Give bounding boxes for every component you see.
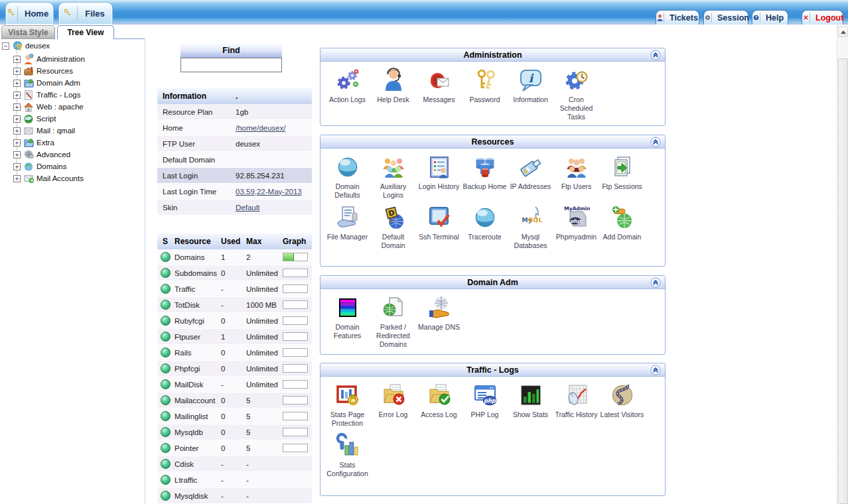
app-icon-manage-dns[interactable]: Manage DNS	[416, 294, 462, 349]
info-value-link[interactable]: /home/deusex/	[236, 124, 285, 132]
tab-vista-style[interactable]: Vista Style	[1, 25, 55, 39]
app-icon-stats-configuration[interactable]: Stats Configuration	[324, 432, 370, 478]
collapse-panel-button[interactable]	[650, 365, 661, 375]
expand-toggle[interactable]: +	[13, 151, 21, 158]
expand-toggle[interactable]: +	[13, 163, 21, 170]
resource-name: Phpfcgi	[175, 365, 221, 373]
status-ok-icon	[161, 316, 171, 326]
info-value-link[interactable]: 03.59,22-May-2013	[236, 188, 302, 196]
app-icon-show-stats[interactable]: Show Stats	[508, 381, 553, 428]
resource-max: Unlimited	[246, 365, 283, 373]
info-label: Last Login	[157, 172, 236, 180]
tab-files[interactable]: Files	[58, 2, 113, 25]
tree-item-web-apache[interactable]: +Web : apache	[13, 101, 84, 113]
app-icon-default-domain[interactable]: DDefault Domain	[370, 204, 416, 250]
app-icon-label: Information	[513, 95, 548, 104]
tree-item-label: Extra	[36, 139, 54, 147]
resource-row-rubyfcgi: Rubyfcgi0Unlimited	[157, 313, 312, 329]
scroll-thumb[interactable]	[838, 58, 848, 504]
tree-item-domain-adm[interactable]: +Domain Adm	[13, 77, 80, 89]
status-ok-icon	[161, 284, 171, 294]
status-cell	[157, 268, 175, 278]
info-label: Last Login Time	[157, 188, 236, 196]
tree-item-resources[interactable]: +Resources	[13, 65, 73, 77]
app-icon-ssh-terminal[interactable]: Ssh Terminal	[416, 204, 462, 250]
expand-toggle[interactable]: +	[13, 92, 21, 99]
app-icon-error-log[interactable]: Error Log	[370, 381, 416, 428]
app-icon-messages[interactable]: Messages	[416, 66, 462, 121]
expand-toggle[interactable]: +	[13, 139, 21, 147]
app-icon-action-logs[interactable]: Action Logs	[324, 66, 370, 121]
status-ok-icon	[161, 411, 171, 421]
app-icon-cron-scheduled-tasks[interactable]: Cron Scheduled Tasks	[553, 66, 599, 121]
app-icon-traceroute[interactable]: Traceroute	[462, 204, 508, 250]
expand-toggle[interactable]: +	[13, 56, 21, 63]
find-input[interactable]	[180, 58, 282, 72]
app-icon-domain-features[interactable]: Domain Features	[324, 294, 370, 349]
status-cell	[157, 395, 175, 405]
app-icon-file-manager[interactable]: File Manager	[324, 204, 370, 250]
app-icon-domain-defaults[interactable]: Domain Defaults	[324, 153, 370, 200]
app-icon-stats-page-protection[interactable]: Stats Page Protection	[324, 381, 370, 428]
app-icon-parked-redirected-domains[interactable]: Parked / Redirected Domains	[370, 294, 416, 349]
info-value-link[interactable]: Default	[236, 204, 259, 212]
app-icon-auxiliary-logins[interactable]: Auxiliary Logins	[370, 153, 416, 200]
tree-item-advanced[interactable]: +Advanced	[13, 149, 70, 160]
resource-name: Domains	[175, 253, 221, 261]
app-icon-add-domain[interactable]: Add Domain	[599, 204, 645, 250]
usage-graph	[283, 253, 308, 261]
app-icon-ftp-sessions[interactable]: Ftp Sessions	[599, 153, 645, 200]
expand-toggle[interactable]: +	[13, 127, 21, 135]
collapse-panel-button[interactable]	[650, 137, 661, 147]
expand-toggle[interactable]: +	[13, 80, 21, 87]
expand-toggle[interactable]: +	[13, 115, 21, 123]
resource-used: -	[221, 460, 246, 468]
tab-logout[interactable]: Logout	[802, 10, 843, 25]
tab-session[interactable]: Session	[703, 10, 748, 25]
app-icon-help-desk[interactable]: Help Desk	[370, 66, 416, 121]
app-icon-php-log[interactable]: phpPHP Log	[462, 381, 508, 428]
resource-name: Rubyfcgi	[175, 317, 221, 325]
app-icon-latest-visitors[interactable]: Latest Visitors	[599, 381, 645, 428]
scrollbar[interactable]	[837, 25, 848, 504]
app-icon-backup-home[interactable]: Backup Home	[462, 153, 508, 200]
collapse-toggle[interactable]: −	[2, 42, 9, 50]
resource-row-subdomains: Subdomains0Unlimited	[157, 265, 312, 281]
tab-help[interactable]: ?Help	[752, 10, 788, 25]
info-value: 1gb	[236, 108, 312, 116]
tree-item-traffic-logs[interactable]: +Traffic - Logs	[13, 89, 80, 101]
tree-item-administration[interactable]: +Administration	[13, 53, 85, 65]
status-cell	[157, 284, 175, 294]
app-icon-ftp-users[interactable]: Ftp Users	[553, 153, 599, 200]
expand-toggle[interactable]: +	[13, 68, 21, 75]
app-icon-phpmyadmin[interactable]: MyAdminphpPhpmyadmin	[553, 204, 599, 250]
tree-item-mail-accounts[interactable]: +Mail Accounts	[13, 172, 84, 184]
top-navbar: HomeFilesTicketsSession?HelpLogout	[0, 0, 848, 25]
app-icon-login-history[interactable]: Login History	[416, 153, 462, 200]
app-icon-mysql-databases[interactable]: MySQLMysql Databases	[508, 204, 553, 250]
info-label: Home	[157, 124, 236, 132]
graph-cell	[283, 332, 312, 341]
expand-toggle[interactable]: +	[13, 103, 21, 111]
tree-item-label: Advanced	[36, 151, 70, 158]
tab-tree-view[interactable]: Tree View	[57, 25, 114, 39]
collapse-panel-button[interactable]	[650, 277, 661, 288]
app-icon-information[interactable]: iInformation	[508, 66, 553, 121]
collapse-panel-button[interactable]	[650, 50, 661, 60]
app-icon-ip-addresses[interactable]: IP Addresses	[508, 153, 553, 200]
app-icon-traffic-history[interactable]: Traffic History	[553, 381, 599, 428]
script-icon	[23, 113, 35, 124]
expand-toggle[interactable]: +	[13, 175, 21, 182]
tree-item-script[interactable]: +Script	[13, 113, 56, 125]
app-icon-access-log[interactable]: Access Log	[416, 381, 462, 428]
tab-home[interactable]: Home	[5, 2, 54, 25]
scroll-up-button[interactable]	[838, 27, 848, 37]
default-domain-icon: D	[380, 204, 407, 231]
tree-item-domains[interactable]: +Domains	[13, 160, 66, 172]
tab-tickets[interactable]: Tickets	[656, 10, 699, 25]
tree-item-extra[interactable]: +Extra	[13, 137, 54, 149]
app-icon-password[interactable]: Password	[462, 66, 508, 121]
resource-used: 0	[221, 412, 246, 420]
tree-item-mail-qmail[interactable]: +Mail : qmail	[13, 125, 75, 137]
tree-item-root[interactable]: −deusex	[2, 40, 50, 52]
